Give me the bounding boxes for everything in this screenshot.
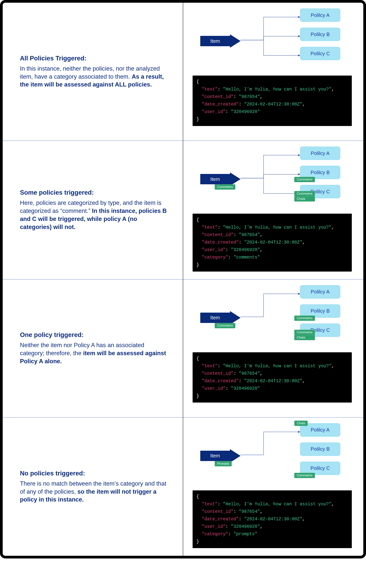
policy-b: Polilcy B — [300, 442, 340, 456]
category-tag: Chats — [294, 196, 315, 202]
policy-tags: CommetnsChats — [294, 330, 315, 340]
document-frame: All Policies Triggered: In this instance… — [0, 0, 366, 558]
item-label: Item — [200, 313, 230, 323]
arrow-head-icon — [230, 311, 241, 324]
policy-a: Polilcy A — [300, 285, 340, 299]
section-visual: Item Commetns Polilcy A Polilcy B Commet… — [183, 141, 363, 279]
section-title: All Policies Triggered: — [20, 55, 170, 62]
category-tag: Prompts — [215, 461, 232, 467]
policy-c: Polilcy C CommetnsChats — [300, 185, 340, 198]
section-1: Some policies triggered: Here, policies … — [3, 141, 363, 279]
policy-b: Polilcy B Commetns — [300, 304, 340, 318]
policy-c: Polilcy C Commetns — [300, 462, 340, 475]
category-tag: Commetns — [215, 184, 235, 190]
diagram: Item Commetns Polilcy A Polilcy B Commet… — [193, 147, 352, 212]
category-tag: Commetns — [215, 323, 235, 328]
policy-tags: Chats — [294, 421, 308, 426]
section-text: No policies triggered: There is no match… — [3, 417, 183, 556]
section-visual: Item Polilcy A Polilcy B Polilcy C { "te… — [183, 3, 363, 141]
policy-tags: Commetns — [294, 473, 315, 478]
policy-box: Polilcy A — [300, 8, 340, 22]
policy-a: Polilcy A — [300, 8, 340, 22]
section-title: No policies triggered: — [20, 470, 170, 477]
code-block: { "text": "Hello, I'm Yulia, how can I a… — [193, 352, 352, 403]
policy-c: Polilcy C CommetnsChats — [300, 324, 340, 337]
item-label: Item — [200, 174, 230, 184]
policy-b: Polilcy B Commetns — [300, 166, 340, 179]
section-text: All Policies Triggered: In this instance… — [3, 3, 183, 141]
category-tag: Chats — [294, 335, 315, 340]
code-block: { "text": "Hello, I'm Yulia, how can I a… — [193, 214, 352, 271]
item-tags: Prompts — [215, 461, 232, 467]
section-title: Some policies triggered: — [20, 189, 170, 196]
arrow-head-icon — [230, 34, 241, 48]
policy-b: Polilcy B — [300, 28, 340, 41]
section-visual: Item Prompts Polilcy A Chats Polilcy B P… — [183, 417, 363, 556]
policy-box: Polilcy C — [300, 47, 340, 60]
item-arrow: Item Prompts — [200, 449, 241, 463]
policy-box: Polilcy B — [300, 28, 340, 41]
section-description: Here, policies are categorized by type, … — [20, 199, 170, 231]
connector-lines — [241, 8, 306, 74]
code-block: { "text": "Hello, I'm Yulia, how can I a… — [193, 75, 352, 126]
policy-list: Polilcy A Polilcy B Polilcy C — [300, 8, 340, 60]
code-block: { "text": "Hello, I'm Yulia, how can I a… — [193, 490, 352, 548]
policy-c: Polilcy C — [300, 47, 340, 60]
section-text: One policy triggered: Neither the item n… — [3, 279, 183, 417]
category-tag: Commetns — [294, 330, 315, 335]
section-visual: Item Commetns Polilcy A Polilcy B Commet… — [183, 279, 363, 417]
policy-list: Polilcy A Polilcy B Commetns Polilcy C C… — [300, 285, 340, 337]
category-tag: Commetns — [294, 177, 315, 182]
policy-list: Polilcy A Polilcy B Commetns Polilcy C C… — [300, 147, 340, 198]
category-tag: Commetns — [294, 473, 315, 478]
section-description: In this instance, neither the policies, … — [20, 65, 170, 89]
section-2: One policy triggered: Neither the item n… — [3, 279, 363, 417]
section-3: No policies triggered: There is no match… — [3, 417, 363, 556]
item-arrow: Item Commetns — [200, 173, 241, 186]
policy-box: Polilcy A — [300, 147, 340, 160]
category-tag: Chats — [294, 421, 308, 426]
item-label: Item — [200, 36, 230, 46]
policy-box: Polilcy A — [300, 285, 340, 299]
category-tag: Commetns — [294, 316, 315, 321]
item-arrow: Item — [200, 34, 241, 48]
policy-list: Polilcy A Chats Polilcy B Polilcy C Comm… — [300, 423, 340, 475]
category-tag: Commetns — [294, 191, 315, 196]
item-label: Item — [200, 451, 230, 461]
diagram: Item Commetns Polilcy A Polilcy B Commet… — [193, 285, 352, 350]
policy-tags: Commetns — [294, 316, 315, 321]
policy-a: Polilcy A Chats — [300, 423, 340, 437]
section-title: One policy triggered: — [20, 331, 170, 339]
policy-box: Polilcy B — [300, 442, 340, 456]
policy-tags: CommetnsChats — [294, 191, 315, 201]
connector-lines — [241, 423, 306, 489]
section-0: All Policies Triggered: In this instance… — [3, 3, 363, 141]
section-description: Neither the item nor Policy A has an ass… — [20, 341, 170, 365]
arrow-head-icon — [230, 173, 241, 186]
arrow-head-icon — [230, 449, 241, 463]
item-arrow: Item Commetns — [200, 311, 241, 324]
policy-a: Polilcy A — [300, 147, 340, 160]
section-text: Some policies triggered: Here, policies … — [3, 141, 183, 279]
diagram: Item Prompts Polilcy A Chats Polilcy B P… — [193, 423, 352, 489]
policy-tags: Commetns — [294, 177, 315, 182]
item-tags: Commetns — [215, 184, 235, 190]
section-description: There is no match between the item’s cat… — [20, 480, 170, 504]
diagram: Item Polilcy A Polilcy B Polilcy C — [193, 8, 352, 74]
item-tags: Commetns — [215, 323, 235, 328]
